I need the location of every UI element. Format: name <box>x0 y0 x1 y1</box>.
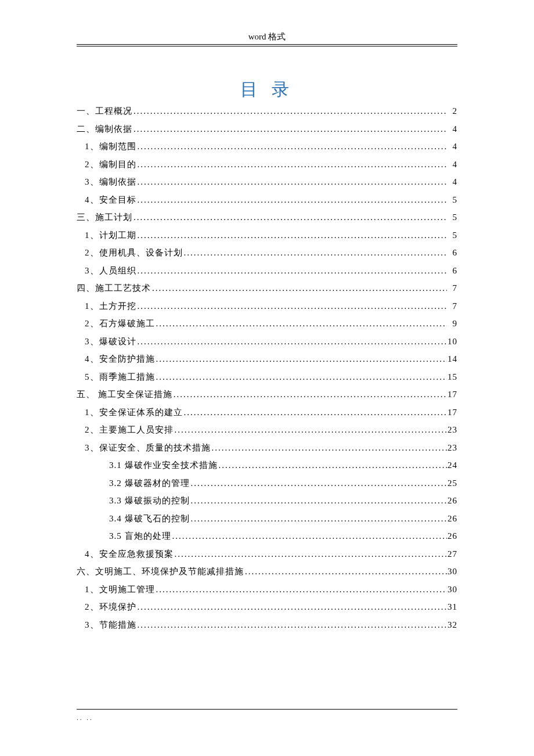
toc-leader-dots <box>174 426 448 434</box>
toc-row: 3、编制依据4 <box>77 178 457 186</box>
toc-entry-page: 17 <box>447 408 457 417</box>
toc-entry-label: 3、保证安全、质量的技术措施 <box>85 444 211 452</box>
toc-entry-page: 26 <box>447 532 457 541</box>
toc-entry-label: 3、人员组织 <box>85 267 136 275</box>
toc-entry-label: 3.4 爆破飞石的控制 <box>109 514 190 523</box>
toc-leader-dots <box>155 355 448 363</box>
toc-entry-page: 23 <box>447 426 457 434</box>
toc-row: 1、编制范围4 <box>77 142 457 151</box>
toc-leader-dots <box>172 390 447 399</box>
toc-row: 2、编制目的4 <box>77 160 457 169</box>
toc-row: 2、主要施工人员安排23 <box>77 426 457 434</box>
toc-entry-page: 26 <box>447 514 457 523</box>
toc-leader-dots <box>155 585 448 594</box>
toc-entry-page: 4 <box>447 125 457 134</box>
toc-entry-label: 五、 施工安全保证措施 <box>77 390 172 399</box>
toc-entry-label: 四、施工工艺技术 <box>77 284 151 293</box>
toc-row: 二、编制依据4 <box>77 125 457 134</box>
toc-row: 3、节能措施32 <box>77 621 457 629</box>
toc-row: 1、安全保证体系的建立17 <box>77 408 457 417</box>
toc-entry-page: 2 <box>447 107 457 116</box>
toc-title: 目 录 <box>0 78 534 102</box>
toc-entry-page: 27 <box>447 550 457 559</box>
toc-entry-page: 24 <box>447 461 457 470</box>
toc-entry-label: 1、安全保证体系的建立 <box>85 408 183 417</box>
footer-rule <box>77 709 457 710</box>
toc-leader-dots <box>136 178 448 186</box>
toc-entry-label: 2、编制目的 <box>85 160 136 169</box>
toc-entry-label: 4、安全应急救援预案 <box>85 550 174 559</box>
toc-entry-label: 2、使用机具、设备计划 <box>85 249 183 257</box>
toc-row: 3.4 爆破飞石的控制 26 <box>77 514 457 523</box>
toc-entry-page: 4 <box>447 178 457 186</box>
toc-entry-page: 26 <box>447 496 457 505</box>
toc-entry-label: 1、计划工期 <box>85 231 136 240</box>
toc-row: 3.3 爆破振动的控制 26 <box>77 496 457 505</box>
toc-entry-label: 1、编制范围 <box>85 142 136 151</box>
toc-leader-dots <box>171 532 448 541</box>
toc-entry-page: 6 <box>447 249 457 257</box>
toc-row: 5、雨季施工措施15 <box>77 373 457 381</box>
toc-leader-dots <box>132 107 447 116</box>
toc-leader-dots <box>155 373 448 381</box>
toc-leader-dots <box>132 125 447 134</box>
toc-entry-page: 9 <box>447 319 457 328</box>
toc-entry-label: 4、安全防护措施 <box>85 355 155 363</box>
toc-leader-dots <box>136 196 448 204</box>
toc-leader-dots <box>132 213 447 222</box>
toc-row: 4、安全应急救援预案27 <box>77 550 457 559</box>
toc-entry-label: 3、编制依据 <box>85 178 136 186</box>
toc-entry-label: 5、雨季施工措施 <box>85 373 155 381</box>
toc-row: 3、人员组织6 <box>77 267 457 275</box>
toc-entry-page: 32 <box>447 621 457 629</box>
toc-leader-dots <box>218 461 448 470</box>
toc-row: 1、土方开挖7 <box>77 302 457 311</box>
toc-row: 3.1 爆破作业安全技术措施 24 <box>77 461 457 470</box>
toc-entry-label: 1、文明施工管理 <box>85 585 155 594</box>
table-of-contents: 一、工程概况2二、编制依据41、编制范围42、编制目的43、编制依据44、安全目… <box>77 107 457 638</box>
toc-entry-page: 5 <box>447 213 457 222</box>
toc-row: 2、使用机具、设备计划6 <box>77 249 457 257</box>
toc-row: 三、施工计划5 <box>77 213 457 222</box>
toc-leader-dots <box>190 479 448 488</box>
toc-entry-label: 六、文明施工、环境保护及节能减排措施 <box>77 567 244 576</box>
toc-row: 五、 施工安全保证措施17 <box>77 390 457 399</box>
header-rule-thick <box>77 44 457 45</box>
toc-entry-page: 30 <box>447 567 457 576</box>
toc-leader-dots <box>136 603 448 611</box>
toc-leader-dots <box>155 319 448 328</box>
toc-entry-label: 3.1 爆破作业安全技术措施 <box>109 461 218 470</box>
toc-entry-page: 23 <box>447 444 457 452</box>
toc-row: 1、文明施工管理30 <box>77 585 457 594</box>
toc-leader-dots <box>136 231 448 240</box>
toc-entry-label: 3、爆破设计 <box>85 337 136 346</box>
toc-leader-dots <box>151 284 447 293</box>
toc-leader-dots <box>190 496 448 505</box>
toc-entry-page: 4 <box>447 160 457 169</box>
toc-entry-page: 25 <box>447 479 457 488</box>
toc-entry-page: 5 <box>447 231 457 240</box>
toc-row: 2、环境保护31 <box>77 603 457 611</box>
toc-leader-dots <box>136 337 448 346</box>
page-footer: .. .. <box>77 714 93 721</box>
toc-entry-page: 5 <box>447 196 457 204</box>
toc-entry-label: 2、石方爆破施工 <box>85 319 155 328</box>
toc-row: 3、爆破设计10 <box>77 337 457 346</box>
toc-entry-label: 3.2 爆破器材的管理 <box>109 479 190 488</box>
toc-leader-dots <box>211 444 448 452</box>
toc-entry-label: 2、环境保护 <box>85 603 136 611</box>
toc-entry-label: 3、节能措施 <box>85 621 136 629</box>
toc-leader-dots <box>244 567 447 576</box>
toc-leader-dots <box>190 514 448 523</box>
toc-entry-page: 17 <box>447 390 457 399</box>
toc-entry-page: 4 <box>447 142 457 151</box>
toc-entry-label: 二、编制依据 <box>77 125 132 134</box>
toc-leader-dots <box>183 249 448 257</box>
toc-entry-label: 一、工程概况 <box>77 107 132 116</box>
toc-leader-dots <box>136 621 448 629</box>
toc-entry-label: 三、施工计划 <box>77 213 132 222</box>
page-header: word 格式 <box>0 31 534 42</box>
toc-entry-page: 6 <box>447 267 457 275</box>
toc-entry-page: 31 <box>447 603 457 611</box>
toc-leader-dots <box>136 142 448 151</box>
